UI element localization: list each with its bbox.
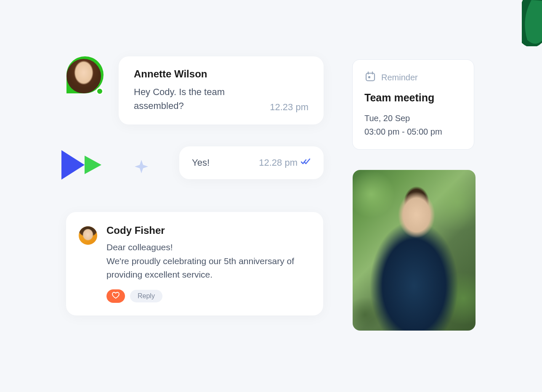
reminder-label: Reminder bbox=[381, 73, 418, 82]
avatar-annette[interactable] bbox=[66, 59, 101, 93]
heart-icon bbox=[112, 292, 120, 300]
leaf-decoration bbox=[522, 0, 542, 46]
message-timestamp: 12.23 pm bbox=[270, 102, 308, 113]
svg-rect-3 bbox=[368, 76, 370, 78]
chat-message-annette[interactable]: Annette Wilson Hey Cody. Is the team ass… bbox=[119, 56, 324, 124]
reply-text: Yes! bbox=[192, 157, 210, 168]
reminder-card[interactable]: Reminder Team meeting Tue, 20 Sep 03:00 … bbox=[352, 59, 474, 150]
sender-avatar-container bbox=[66, 56, 104, 103]
avatar-cody[interactable] bbox=[79, 226, 97, 245]
message-sender-name: Annette Wilson bbox=[134, 68, 308, 80]
read-receipt-icon bbox=[301, 159, 311, 167]
arrows-decoration bbox=[61, 148, 112, 183]
online-status-indicator bbox=[96, 87, 104, 95]
event-photo[interactable] bbox=[353, 170, 476, 331]
reply-button[interactable]: Reply bbox=[130, 290, 162, 302]
like-button[interactable] bbox=[106, 289, 125, 303]
reminder-date: Tue, 20 Sep bbox=[364, 111, 462, 125]
calendar-icon bbox=[364, 71, 376, 84]
message-text: Hey Cody. Is the team assembled? bbox=[134, 85, 261, 113]
showcase-container: Annette Wilson Hey Cody. Is the team ass… bbox=[0, 0, 542, 392]
reply-timestamp: 12.28 pm bbox=[259, 157, 298, 168]
reply-button-label: Reply bbox=[138, 292, 155, 299]
feed-post-card[interactable]: Cody Fisher Dear colleagues! We're proud… bbox=[66, 212, 323, 315]
post-author-name: Cody Fisher bbox=[106, 225, 308, 236]
chat-reply-own[interactable]: Yes! 12.28 pm bbox=[179, 146, 324, 179]
reminder-time: 03:00 pm - 05:00 pm bbox=[364, 125, 462, 138]
sparkle-icon bbox=[134, 159, 149, 176]
reminder-title: Team meeting bbox=[364, 92, 462, 104]
post-text: Dear colleagues! We're proudly celebrati… bbox=[106, 241, 308, 282]
